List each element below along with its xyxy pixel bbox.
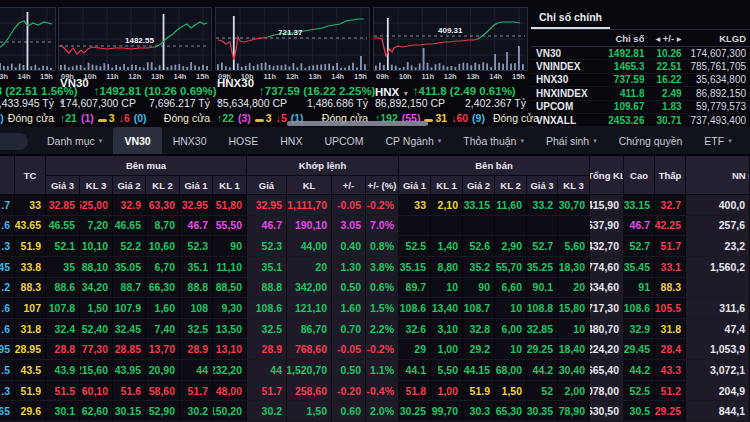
chevron-down-icon: ▾ [593, 137, 597, 145]
time-axis: 09h10h11h12h13h14h15h [0, 71, 56, 82]
cell: 46.7 [247, 216, 287, 236]
tab-vn30[interactable]: VN30 [113, 127, 161, 154]
cell: 1,50 [80, 298, 113, 318]
stock-row[interactable]: .643.6546.557,2046.658,7046.755,5046.719… [0, 216, 750, 237]
stock-row[interactable]: .351.952.110,1052.210,6052.39052.344,000… [0, 236, 750, 257]
cell: 11,60 [495, 195, 527, 215]
tab-hnx30[interactable]: HNX30 [162, 127, 218, 154]
cell: 5,60 [558, 236, 590, 256]
cell: 31.8 [15, 319, 46, 339]
cell: 30.15 [113, 401, 146, 421]
index-row-hnxindex[interactable]: HNXINDEX411.82.4986,892,1502,402.3 [531, 87, 750, 100]
cell: 29.25 [527, 339, 558, 359]
chart-plot: 721.37 [215, 7, 370, 71]
session-status: Đóng cửa [8, 112, 54, 124]
time-tick: 12h [286, 72, 299, 82]
cell: 8,80 [431, 257, 463, 277]
cell: 4,224,20 [590, 339, 624, 359]
cell: 32.85 [527, 319, 558, 339]
cell: 51.9 [15, 236, 46, 256]
stock-row[interactable]: 6529.630.162,6030.1552,9030.2150,2030.21… [0, 401, 750, 422]
volume-shares: 174,607,300 CP [60, 97, 136, 111]
cell: 28.85 [113, 339, 146, 359]
price-table-body: .73332.85525,0032.963,3032.9551,8032.951… [0, 195, 750, 422]
cell: 44.1 [399, 360, 431, 380]
charts-horizontal-scrollbar-thumb[interactable] [287, 121, 428, 126]
cell: -0.05 [332, 195, 366, 215]
cell: 51.7 [180, 381, 213, 401]
cell: 52.3 [247, 236, 287, 256]
cell: 150,20 [213, 401, 247, 421]
time-tick: 15h [40, 72, 53, 82]
cell: 43.65 [15, 216, 46, 236]
cell: 32.6 [399, 319, 431, 339]
cell: 1,520,70 [287, 360, 332, 380]
tab-chứng-quyền[interactable]: Chứng quyền [608, 127, 694, 154]
reference-price-label: 1482.55 [125, 36, 154, 45]
cell [399, 216, 431, 236]
stock-row[interactable]: .6107107.81,50107.91,601089,30108.6121,1… [0, 298, 750, 319]
cell: 88.6 [46, 278, 80, 298]
indices-tab-row: Chỉ số chính [531, 7, 750, 30]
tab-danh-mục[interactable]: Danh mục▾ [36, 127, 113, 154]
cell: -0.2% [366, 195, 399, 215]
stock-row[interactable]: .543.543.9215,6043.9520,9044232,20441,52… [0, 360, 750, 381]
cell: 0.50 [332, 278, 366, 298]
cell: .6 [0, 319, 15, 339]
cell: 7,20 [80, 216, 113, 236]
cell: 0.60 [332, 401, 366, 421]
cell: 29.25 [655, 401, 686, 421]
cell: 32.8 [463, 319, 495, 339]
index-price-change: ↑1492.81 (10.26 0.69%) [94, 85, 217, 97]
cell: 91 [624, 278, 655, 298]
cell: 33.15 [624, 195, 655, 215]
cell: 13,774,60 [590, 257, 624, 277]
cell: 400,0 [686, 195, 750, 215]
cell: 88,10 [80, 257, 113, 277]
cell: 52,40 [80, 319, 113, 339]
stock-row[interactable]: .288.388.634,2088.766,3088.888,5088.8342… [0, 278, 750, 299]
cell: 108.6 [247, 298, 287, 318]
header-kh-p-l-nh: Khớp lệnh [247, 156, 399, 176]
index-row-vnxall[interactable]: VNXALL2453.2630.71737,493,40022,289.8 [531, 114, 750, 127]
tab-hnx[interactable]: HNX [269, 127, 313, 154]
cell: 29.2 [463, 339, 495, 359]
index-row-vnindex[interactable]: VNINDEX1465.322.51785,761,70522,433.9 [531, 60, 750, 73]
cell: 60,10 [80, 381, 113, 401]
cell: 10 [558, 319, 590, 339]
stock-row[interactable]: .73332.85525,0032.963,3032.9551,8032.951… [0, 195, 750, 216]
tab-upcom[interactable]: UPCOM [313, 127, 374, 154]
cell: 844,1 [686, 401, 750, 421]
cell: 58,60 [146, 381, 180, 401]
cell: 1,111,70 [287, 195, 332, 215]
collapsed-side-pill[interactable] [0, 133, 28, 150]
index-row-vn30[interactable]: VN301492.8110.26174,607,3007,696.2 [531, 47, 750, 60]
cell: 11,10 [213, 257, 247, 277]
cell: 10 [495, 339, 527, 359]
cell: .5 [0, 360, 15, 380]
tab-cp-ngành[interactable]: CP Ngành▾ [375, 127, 453, 154]
stock-row[interactable]: 9528.9528.877,3028.8513,7028.913,1028.97… [0, 339, 750, 360]
time-tick: 14h [331, 72, 344, 82]
cell: 3,072,1 [686, 360, 750, 380]
tab-chi-so-chinh[interactable]: Chỉ số chính [531, 8, 610, 29]
tab-bond[interactable]: Bond [743, 127, 750, 154]
cell: 33 [15, 195, 46, 215]
tab-thỏa-thuận[interactable]: Thỏa thuận▾ [452, 127, 535, 154]
tab-hose[interactable]: HOSE [218, 127, 270, 154]
tab-etf[interactable]: ETF▾ [693, 127, 742, 154]
index-row-hnx30[interactable]: HNX30737.5916.2235,634,8001,486.6 [531, 74, 750, 87]
cell: 32.9 [624, 319, 655, 339]
stock-row[interactable]: .631.832.452,4032.457,4032.513,5032.586,… [0, 319, 750, 340]
tab-phái-sinh[interactable]: Phái sinh▾ [535, 127, 608, 154]
cell: 44,00 [287, 236, 332, 256]
stock-row[interactable]: 4533.83588,1035.056,7035.111,1035.1201.3… [0, 257, 750, 278]
cell: 10,10 [80, 236, 113, 256]
market-tab-bar: Danh mục▾VN30HNX30HOSEHNXUPCOMCP Ngành▾T… [0, 127, 750, 156]
cell: 108.6 [399, 298, 431, 318]
cell [686, 278, 750, 298]
cell: 28.95 [15, 339, 46, 359]
index-row-upcom[interactable]: UPCOM109.671.8359,779,5731,110.6 [531, 101, 750, 114]
cell: 18,40 [558, 339, 590, 359]
stock-row[interactable]: .351.951.560,1051.658,6051.748,0051.7258… [0, 381, 750, 402]
